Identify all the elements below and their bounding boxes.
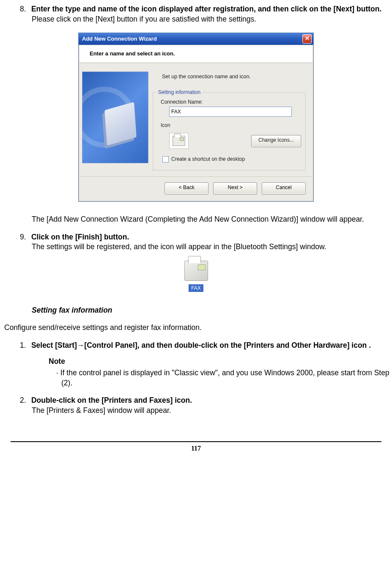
- wizard-header: Enter a name and select an icon.: [79, 46, 313, 63]
- note-header: Note: [49, 357, 390, 367]
- step8-desc: Please click on the [Next] button if you…: [32, 15, 256, 23]
- step2-desc: The [Printers & Faxes] window will appea…: [32, 406, 171, 415]
- close-icon[interactable]: ✕: [302, 34, 312, 44]
- next-button[interactable]: Next >: [213, 182, 257, 195]
- shortcut-label: Create a shortcut on the desktop: [171, 156, 245, 162]
- page-number: 117: [2, 444, 390, 453]
- setting-information-group: Setting information Connection Name: Ico…: [153, 92, 306, 171]
- step-number: 2.: [20, 396, 29, 406]
- cancel-button[interactable]: Cancel: [262, 182, 306, 195]
- wizard-titlebar: Add New Connection Wizard ✕: [79, 33, 313, 45]
- wizard-title: Add New Connection Wizard: [82, 35, 157, 43]
- intro-text: Configure send/receive settings and regi…: [4, 323, 202, 332]
- step-number: 9.: [20, 232, 29, 242]
- subheading: Setting fax information: [32, 306, 112, 314]
- step8-title: Enter the type and name of the icon disp…: [31, 5, 381, 13]
- step-number: 1.: [20, 341, 29, 351]
- group-legend: Setting information: [156, 89, 202, 96]
- wizard-window: Add New Connection Wizard ✕ Enter a name…: [78, 33, 314, 202]
- wizard-graphic: [82, 71, 148, 163]
- wizard-footer: < Back Next > Cancel: [79, 176, 313, 201]
- footer-rule: [11, 441, 381, 442]
- shortcut-checkbox[interactable]: [162, 156, 169, 162]
- step8-after: The [Add New Connection Wizard (Completi…: [32, 215, 364, 223]
- fax-icon: [184, 261, 208, 281]
- note-body: · If the control panel is displayed in "…: [56, 368, 390, 388]
- step1-title: Select [Start]→[Control Panel], and then…: [31, 341, 371, 349]
- connection-name-input[interactable]: [169, 107, 292, 117]
- step2-title: Double-click on the [Printers and Faxes]…: [31, 396, 192, 404]
- step-number: 8.: [20, 4, 29, 14]
- connection-name-label: Connection Name:: [161, 99, 301, 105]
- step9-title: Click on the [Finish] button.: [31, 233, 129, 241]
- step9-desc: The settings will be registered, and the…: [32, 242, 326, 251]
- icon-label: Icon: [161, 122, 301, 129]
- fax-desktop-icon: FAX: [184, 261, 208, 293]
- fax-icon: [169, 133, 189, 149]
- change-icons-button[interactable]: Change Icons...: [251, 135, 301, 147]
- fax-icon-label: FAX: [189, 284, 203, 292]
- wizard-instruction: Set up the connection name and icon.: [162, 73, 306, 80]
- back-button[interactable]: < Back: [164, 182, 208, 195]
